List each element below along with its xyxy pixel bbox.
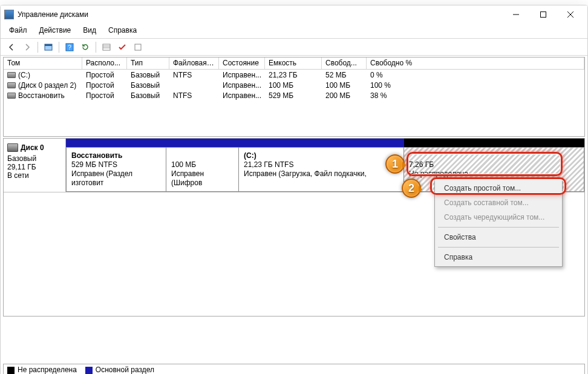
window-title: Управление дисками: [18, 10, 88, 19]
partition-efi[interactable]: 100 МБ Исправен (Шифров: [166, 147, 239, 192]
svg-rect-2: [45, 44, 52, 46]
col-layout[interactable]: Располо...: [82, 57, 127, 69]
col-free[interactable]: Свобод...: [322, 57, 367, 69]
col-state[interactable]: Состояние: [219, 57, 265, 69]
col-freepct[interactable]: Свободно %: [367, 57, 584, 69]
list-view-button[interactable]: [99, 41, 114, 54]
disk-icon: [7, 143, 18, 152]
svg-rect-5: [103, 44, 110, 50]
table-row[interactable]: (C:)ПростойБазовыйNTFSИсправен...21,23 Г…: [4, 70, 584, 80]
app-icon: [4, 10, 14, 19]
show-hide-button[interactable]: [41, 41, 56, 54]
col-capacity[interactable]: Емкость: [265, 57, 322, 69]
disk-size: 29,11 ГБ: [7, 163, 62, 171]
disk-header[interactable]: Диск 0 Базовый 29,11 ГБ В сети: [4, 139, 66, 192]
menu-create-simple-volume[interactable]: Создать простой том...: [437, 181, 560, 195]
legend-swatch-primary: [85, 367, 93, 374]
col-volume[interactable]: Том: [4, 57, 82, 69]
disk-type: Базовый: [7, 154, 62, 163]
svg-rect-8: [135, 44, 141, 50]
table-row[interactable]: (Диск 0 раздел 2)ПростойБазовыйИсправен.…: [4, 80, 584, 90]
context-menu: Создать простой том... Создать составной…: [434, 179, 563, 267]
col-type[interactable]: Тип: [127, 57, 169, 69]
menu-help[interactable]: Справка: [103, 25, 142, 36]
close-button[interactable]: [557, 6, 584, 23]
table-header: Том Располо... Тип Файловая с... Состоян…: [4, 57, 584, 70]
menu-bar: Файл Действие Вид Справка: [1, 24, 587, 37]
table-row[interactable]: ВосстановитьПростойБазовыйNTFSИсправен..…: [4, 90, 584, 100]
menu-properties[interactable]: Свойства: [437, 230, 560, 244]
menu-create-striped-volume[interactable]: Создать чередующийся том...: [437, 210, 560, 225]
svg-text:?: ?: [68, 44, 71, 51]
minimize-button[interactable]: [502, 6, 529, 23]
help-icon[interactable]: ?: [62, 41, 77, 54]
forward-button[interactable]: [20, 41, 34, 54]
legend-swatch-unallocated: [7, 367, 15, 374]
col-fs[interactable]: Файловая с...: [169, 57, 219, 69]
partition-recovery[interactable]: Восстановить 529 МБ NTFS Исправен (Разде…: [66, 147, 166, 192]
maximize-button[interactable]: [529, 6, 557, 23]
menu-file[interactable]: Файл: [4, 25, 32, 36]
check-button[interactable]: [115, 41, 129, 54]
menu-help[interactable]: Справка: [437, 250, 560, 264]
menu-create-spanned-volume[interactable]: Создать составной том...: [437, 195, 560, 210]
partition-c[interactable]: (C:) 21,23 ГБ NTFS Исправен (Загрузка, Ф…: [239, 147, 404, 192]
volume-list: Том Располо... Тип Файловая с... Состоян…: [3, 57, 585, 137]
volume-icon: [7, 82, 16, 88]
legend-label-unallocated: Не распределена: [18, 366, 77, 374]
toolbar: ?: [1, 39, 587, 56]
title-bar: Управление дисками: [1, 5, 587, 24]
disk-label: Диск 0: [21, 143, 44, 152]
refresh-button[interactable]: [78, 41, 93, 54]
volume-icon: [7, 72, 16, 78]
disk-status: В сети: [7, 171, 62, 180]
menu-view[interactable]: Вид: [78, 25, 101, 36]
back-button[interactable]: [4, 41, 19, 54]
disk-map: Диск 0 Базовый 29,11 ГБ В сети Восстанов…: [3, 138, 585, 317]
legend: Не распределена Основной раздел: [3, 364, 585, 374]
settings-button[interactable]: [131, 41, 145, 54]
svg-rect-0: [540, 12, 546, 18]
volume-icon: [7, 93, 16, 99]
legend-label-primary: Основной раздел: [96, 366, 154, 374]
menu-action[interactable]: Действие: [34, 25, 76, 36]
